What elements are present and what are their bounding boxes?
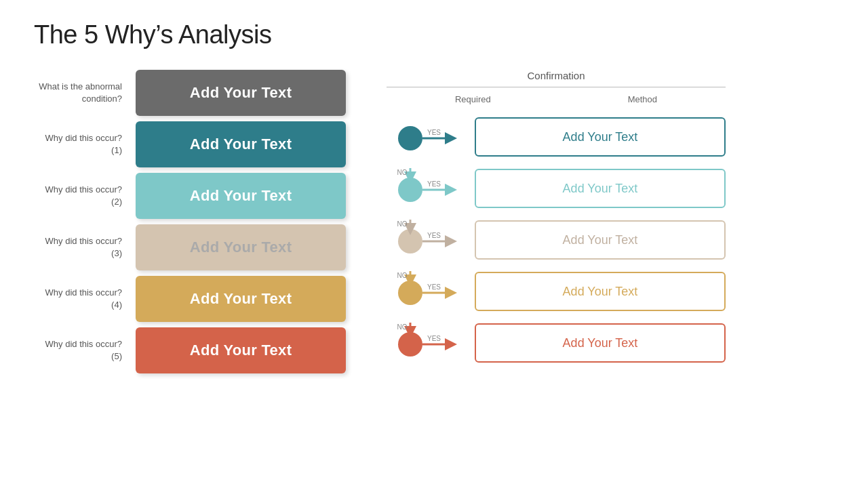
svg-text:YES: YES: [427, 283, 441, 291]
svg-text:NO: NO: [397, 169, 408, 176]
left-row-1: Why did this occur? (1)Add Your Text: [34, 121, 346, 167]
svg-point-3: [398, 178, 422, 202]
conf-box-conf-4[interactable]: Add Your Text: [475, 272, 726, 311]
row-label-0: What is the abnormal condition?: [34, 81, 122, 105]
conf-box-conf-2[interactable]: Add Your Text: [475, 169, 726, 208]
left-row-4: Why did this occur? (4)Add Your Text: [34, 276, 346, 322]
conf-box-conf-5[interactable]: Add Your Text: [475, 323, 726, 363]
conf-row-2: YES NO Add Your Text: [387, 217, 726, 263]
confirmation-rows: YES Add Your Text YES NO Add Your Text Y…: [387, 114, 726, 366]
box-why-2[interactable]: Add Your Text: [136, 173, 346, 219]
confirmation-subheader: Required Method: [387, 90, 726, 111]
box-why-5[interactable]: Add Your Text: [136, 327, 346, 373]
row-label-3: Why did this occur? (3): [34, 235, 122, 260]
left-row-0: What is the abnormal condition?Add Your …: [34, 70, 346, 116]
row-label-4: Why did this occur? (4): [34, 287, 122, 311]
conf-box-conf-1[interactable]: Add Your Text: [475, 117, 726, 157]
conf-row-1: YES NO Add Your Text: [387, 165, 726, 211]
page-title: The 5 Why’s Analysis: [34, 20, 834, 49]
row-label-1: Why did this occur? (1): [34, 132, 122, 157]
svg-text:YES: YES: [427, 335, 441, 342]
left-row-3: Why did this occur? (3)Add Your Text: [34, 224, 346, 270]
right-section: Confirmation Required Method YES Add You…: [387, 70, 726, 366]
svg-point-0: [398, 126, 422, 150]
box-why-1[interactable]: Add Your Text: [136, 121, 346, 167]
conf-row-0: YES Add Your Text: [387, 114, 726, 160]
page: The 5 Why’s Analysis What is the abnorma…: [0, 0, 868, 488]
svg-text:YES: YES: [427, 180, 441, 188]
main-layout: What is the abnormal condition?Add Your …: [34, 70, 834, 379]
svg-text:YES: YES: [427, 129, 441, 136]
conf-row-3: YES NO Add Your Text: [387, 268, 726, 314]
svg-point-13: [398, 281, 422, 305]
diagram-2: YES NO: [387, 220, 468, 260]
conf-row-4: YES NO Add Your Text: [387, 320, 726, 366]
left-section: What is the abnormal condition?Add Your …: [34, 70, 346, 379]
diagram-1: YES NO: [387, 168, 468, 209]
left-row-5: Why did this occur? (5)Add Your Text: [34, 327, 346, 373]
box-why-3[interactable]: Add Your Text: [136, 224, 346, 270]
svg-point-8: [398, 229, 422, 253]
diagram-4: YES NO: [387, 323, 468, 363]
row-label-2: Why did this occur? (2): [34, 184, 122, 208]
confirmation-header: Confirmation: [387, 70, 726, 87]
svg-text:YES: YES: [427, 232, 441, 239]
method-label: Method: [628, 94, 657, 104]
left-row-2: Why did this occur? (2)Add Your Text: [34, 173, 346, 219]
svg-text:NO: NO: [397, 220, 408, 228]
diagram-3: YES NO: [387, 271, 468, 312]
box-why-4[interactable]: Add Your Text: [136, 276, 346, 322]
box-abnormal-condition[interactable]: Add Your Text: [136, 70, 346, 116]
row-label-5: Why did this occur? (5): [34, 338, 122, 363]
diagram-0: YES: [387, 117, 468, 157]
svg-point-18: [398, 332, 422, 357]
conf-box-conf-3[interactable]: Add Your Text: [475, 220, 726, 260]
svg-text:NO: NO: [397, 323, 408, 331]
svg-text:NO: NO: [397, 272, 408, 279]
required-label: Required: [455, 94, 491, 104]
